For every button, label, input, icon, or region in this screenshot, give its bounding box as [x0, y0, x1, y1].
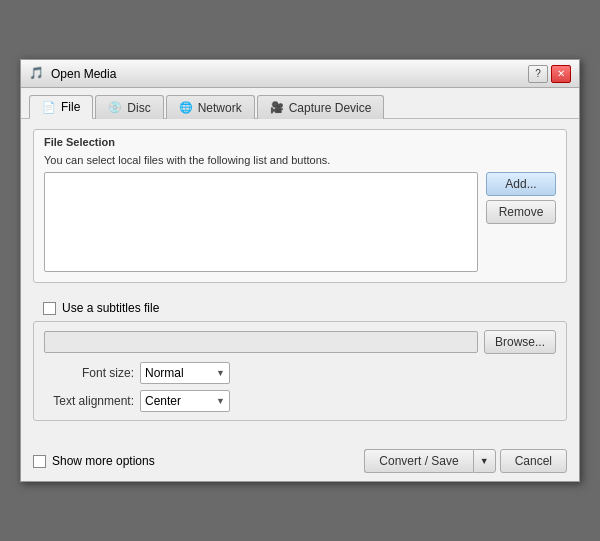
- font-size-select[interactable]: Normal ▼: [140, 362, 230, 384]
- add-button[interactable]: Add...: [486, 172, 556, 196]
- file-list-area: Add... Remove: [44, 172, 556, 272]
- file-selection-group: File Selection You can select local file…: [33, 129, 567, 283]
- vlc-app-icon: 🎵: [29, 66, 45, 82]
- tab-disc[interactable]: 💿 Disc: [95, 95, 163, 119]
- close-button[interactable]: ✕: [551, 65, 571, 83]
- open-media-dialog: 🎵 Open Media ? ✕ 📄 File 💿 Disc 🌐 Network…: [20, 59, 580, 482]
- file-selection-desc: You can select local files with the foll…: [44, 154, 556, 166]
- text-align-select[interactable]: Center ▼: [140, 390, 230, 412]
- tab-file-label: File: [61, 100, 80, 114]
- cancel-button[interactable]: Cancel: [500, 449, 567, 473]
- title-bar-left: 🎵 Open Media: [29, 66, 116, 82]
- tab-network-label: Network: [198, 101, 242, 115]
- window-title: Open Media: [51, 67, 116, 81]
- subtitle-checkbox-label: Use a subtitles file: [62, 301, 159, 315]
- font-size-label: Font size:: [44, 366, 134, 380]
- show-more-label: Show more options: [52, 454, 155, 468]
- tab-capture[interactable]: 🎥 Capture Device: [257, 95, 385, 119]
- disc-tab-icon: 💿: [108, 101, 122, 114]
- font-size-row: Font size: Normal ▼: [44, 362, 556, 384]
- browse-button[interactable]: Browse...: [484, 330, 556, 354]
- text-align-label: Text alignment:: [44, 394, 134, 408]
- convert-save-arrow-button[interactable]: ▼: [473, 449, 496, 473]
- title-bar-controls: ? ✕: [528, 65, 571, 83]
- text-align-value: Center: [145, 394, 181, 408]
- tab-network[interactable]: 🌐 Network: [166, 95, 255, 119]
- file-selection-content: You can select local files with the foll…: [34, 150, 566, 282]
- show-more-row: Show more options: [33, 454, 155, 468]
- show-more-checkbox[interactable]: [33, 455, 46, 468]
- file-listbox[interactable]: [44, 172, 478, 272]
- subtitle-group: Browse... Font size: Normal ▼ Text align…: [33, 321, 567, 421]
- network-tab-icon: 🌐: [179, 101, 193, 114]
- help-button[interactable]: ?: [528, 65, 548, 83]
- text-align-row: Text alignment: Center ▼: [44, 390, 556, 412]
- capture-tab-icon: 🎥: [270, 101, 284, 114]
- file-selection-title: File Selection: [34, 130, 566, 150]
- tabs-bar: 📄 File 💿 Disc 🌐 Network 🎥 Capture Device: [21, 88, 579, 119]
- tab-file[interactable]: 📄 File: [29, 95, 93, 119]
- tab-capture-label: Capture Device: [289, 101, 372, 115]
- convert-save-button[interactable]: Convert / Save: [364, 449, 472, 473]
- tab-disc-label: Disc: [127, 101, 150, 115]
- action-buttons: Convert / Save ▼ Cancel: [364, 449, 567, 473]
- text-align-arrow-icon: ▼: [216, 396, 225, 406]
- title-bar: 🎵 Open Media ? ✕: [21, 60, 579, 88]
- remove-button[interactable]: Remove: [486, 200, 556, 224]
- bottom-bar: Show more options Convert / Save ▼ Cance…: [21, 441, 579, 481]
- subtitle-file-row: Browse...: [44, 330, 556, 354]
- subtitle-row: Use a subtitles file: [33, 293, 567, 321]
- subtitle-checkbox[interactable]: [43, 302, 56, 315]
- options-rows: Font size: Normal ▼ Text alignment: Cent…: [44, 362, 556, 412]
- file-buttons: Add... Remove: [486, 172, 556, 224]
- font-size-arrow-icon: ▼: [216, 368, 225, 378]
- file-tab-icon: 📄: [42, 101, 56, 114]
- content-area: File Selection You can select local file…: [21, 119, 579, 441]
- subtitle-file-input[interactable]: [44, 331, 478, 353]
- font-size-value: Normal: [145, 366, 184, 380]
